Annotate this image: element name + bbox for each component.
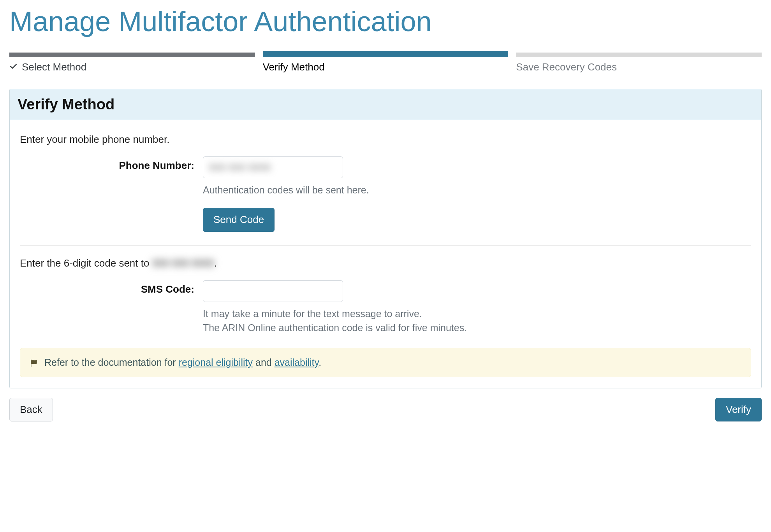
verify-panel: Verify Method Enter your mobile phone nu… — [9, 89, 762, 388]
phone-number-field[interactable]: 999 999 9999 — [203, 156, 343, 178]
alert-suffix: . — [319, 357, 321, 368]
section-divider — [20, 245, 751, 246]
phone-label: Phone Number: — [20, 156, 203, 172]
eligibility-alert: Refer to the documentation for regional … — [20, 348, 751, 377]
flag-icon — [30, 358, 39, 367]
step-text: Verify Method — [263, 61, 325, 73]
step-select-method: Select Method — [9, 53, 255, 73]
send-code-button[interactable]: Send Code — [203, 208, 275, 232]
code-instruction-masked: 999 999 9999 — [152, 257, 214, 269]
sms-code-row: SMS Code: It may take a minute for the t… — [20, 280, 751, 335]
phone-help: Authentication codes will be sent here. — [203, 183, 751, 197]
step-text: Save Recovery Codes — [516, 61, 617, 73]
phone-row: Phone Number: 999 999 9999 Authenticatio… — [20, 156, 751, 197]
step-label: Save Recovery Codes — [516, 61, 762, 73]
alert-prefix: Refer to the documentation for — [44, 357, 179, 368]
code-instruction: Enter the 6-digit code sent to 999 999 9… — [20, 257, 751, 269]
alert-middle: and — [253, 357, 275, 368]
step-label: Verify Method — [263, 61, 509, 73]
progress-stepper: Select Method Verify Method Save Recover… — [9, 53, 762, 73]
page-title: Manage Multifactor Authentication — [9, 6, 762, 37]
sms-code-input[interactable] — [203, 280, 343, 302]
step-bar — [9, 53, 255, 57]
send-row: Send Code — [20, 208, 751, 232]
phone-instruction: Enter your mobile phone number. — [20, 133, 751, 146]
sms-code-label: SMS Code: — [20, 280, 203, 295]
step-bar — [516, 53, 762, 57]
sms-help-line2: The ARIN Online authentication code is v… — [203, 322, 467, 333]
availability-link[interactable]: availability — [275, 357, 319, 368]
check-icon — [9, 63, 18, 72]
step-label: Select Method — [9, 61, 255, 73]
footer-actions: Back Verify — [9, 398, 762, 421]
sms-help: It may take a minute for the text messag… — [203, 307, 751, 335]
step-verify-method: Verify Method — [263, 53, 509, 73]
phone-value-masked: 999 999 9999 — [209, 162, 271, 174]
step-bar — [263, 51, 509, 57]
regional-eligibility-link[interactable]: regional eligibility — [179, 357, 253, 368]
panel-body: Enter your mobile phone number. Phone Nu… — [10, 120, 761, 388]
panel-header: Verify Method — [10, 89, 761, 120]
code-instruction-suffix: . — [214, 257, 217, 269]
back-button[interactable]: Back — [9, 398, 53, 421]
alert-text: Refer to the documentation for regional … — [44, 357, 321, 368]
step-text: Select Method — [22, 61, 86, 73]
code-instruction-prefix: Enter the 6-digit code sent to — [20, 257, 152, 269]
verify-button[interactable]: Verify — [715, 398, 762, 421]
sms-help-line1: It may take a minute for the text messag… — [203, 308, 422, 319]
step-save-recovery: Save Recovery Codes — [516, 53, 762, 73]
panel-title: Verify Method — [18, 96, 753, 113]
